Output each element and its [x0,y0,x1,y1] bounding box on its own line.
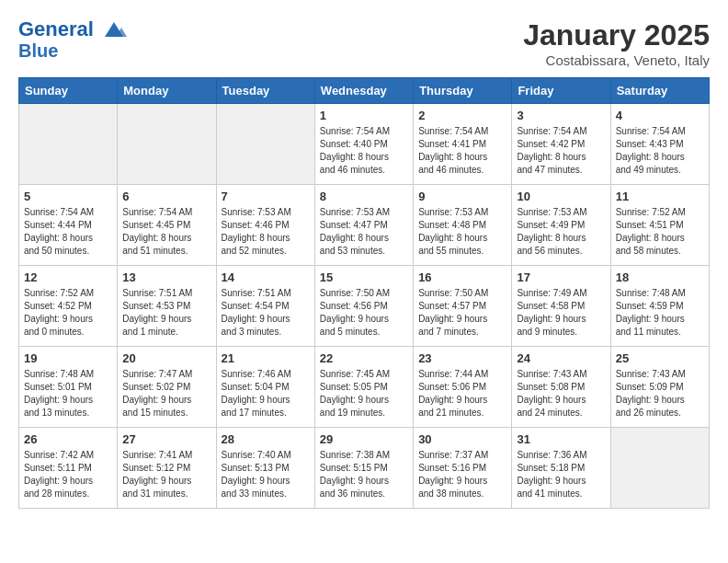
cell-info: Sunrise: 7:46 AM Sunset: 5:04 PM Dayligh… [222,368,310,419]
day-number: 5 [24,190,112,203]
calendar-week-1: 1Sunrise: 7:54 AM Sunset: 4:40 PM Daylig… [19,104,710,185]
weekday-header-wednesday: Wednesday [314,78,413,104]
cell-info: Sunrise: 7:50 AM Sunset: 4:56 PM Dayligh… [320,287,408,339]
weekday-header-saturday: Saturday [610,78,709,104]
calendar-subtitle: Costabissara, Veneto, Italy [523,52,710,68]
calendar-table: SundayMondayTuesdayWednesdayThursdayFrid… [18,77,710,509]
cell-info: Sunrise: 7:37 AM Sunset: 5:16 PM Dayligh… [418,449,506,500]
cell-info: Sunrise: 7:54 AM Sunset: 4:43 PM Dayligh… [616,125,704,177]
calendar-cell: 3Sunrise: 7:54 AM Sunset: 4:42 PM Daylig… [512,104,610,185]
cell-info: Sunrise: 7:51 AM Sunset: 4:53 PM Dayligh… [122,287,210,339]
calendar-week-5: 26Sunrise: 7:42 AM Sunset: 5:11 PM Dayli… [19,428,710,509]
cell-info: Sunrise: 7:48 AM Sunset: 5:01 PM Dayligh… [24,368,112,419]
calendar-cell [19,104,118,185]
logo-text: General [18,18,129,40]
calendar-cell: 17Sunrise: 7:49 AM Sunset: 4:58 PM Dayli… [512,266,610,347]
day-number: 2 [418,109,506,122]
calendar-cell: 25Sunrise: 7:43 AM Sunset: 5:09 PM Dayli… [610,347,709,428]
cell-info: Sunrise: 7:45 AM Sunset: 5:05 PM Dayligh… [320,368,408,419]
day-number: 29 [320,432,408,446]
calendar-cell: 27Sunrise: 7:41 AM Sunset: 5:12 PM Dayli… [118,428,216,509]
day-number: 6 [122,190,210,203]
day-number: 1 [320,109,408,122]
calendar-cell: 6Sunrise: 7:54 AM Sunset: 4:45 PM Daylig… [118,185,216,266]
calendar-cell: 24Sunrise: 7:43 AM Sunset: 5:08 PM Dayli… [512,347,610,428]
calendar-cell: 19Sunrise: 7:48 AM Sunset: 5:01 PM Dayli… [19,347,118,428]
cell-info: Sunrise: 7:40 AM Sunset: 5:13 PM Dayligh… [222,449,310,500]
cell-info: Sunrise: 7:53 AM Sunset: 4:46 PM Dayligh… [222,206,310,258]
day-number: 25 [616,351,704,365]
calendar-cell: 4Sunrise: 7:54 AM Sunset: 4:43 PM Daylig… [610,104,709,185]
cell-info: Sunrise: 7:54 AM Sunset: 4:44 PM Dayligh… [24,206,112,258]
calendar-cell: 16Sunrise: 7:50 AM Sunset: 4:57 PM Dayli… [414,266,512,347]
day-number: 24 [517,351,605,365]
day-number: 21 [222,351,310,365]
day-number: 11 [616,190,704,203]
cell-info: Sunrise: 7:36 AM Sunset: 5:18 PM Dayligh… [517,449,605,500]
day-number: 4 [616,109,704,122]
calendar-cell: 9Sunrise: 7:53 AM Sunset: 4:48 PM Daylig… [414,185,512,266]
calendar-cell: 29Sunrise: 7:38 AM Sunset: 5:15 PM Dayli… [314,428,413,509]
day-number: 23 [418,351,506,365]
cell-info: Sunrise: 7:53 AM Sunset: 4:47 PM Dayligh… [320,206,408,258]
calendar-cell [610,428,709,509]
weekday-header-tuesday: Tuesday [216,78,314,104]
day-number: 8 [320,190,408,203]
calendar-cell: 28Sunrise: 7:40 AM Sunset: 5:13 PM Dayli… [216,428,314,509]
day-number: 17 [517,270,605,284]
logo-blue: Blue [18,40,129,61]
day-number: 19 [24,351,112,365]
weekday-header-thursday: Thursday [414,78,512,104]
calendar-cell: 20Sunrise: 7:47 AM Sunset: 5:02 PM Dayli… [118,347,216,428]
calendar-cell: 10Sunrise: 7:53 AM Sunset: 4:49 PM Dayli… [512,185,610,266]
day-number: 28 [222,432,310,446]
cell-info: Sunrise: 7:54 AM Sunset: 4:42 PM Dayligh… [517,125,605,177]
calendar-week-3: 12Sunrise: 7:52 AM Sunset: 4:52 PM Dayli… [19,266,710,347]
calendar-cell: 5Sunrise: 7:54 AM Sunset: 4:44 PM Daylig… [19,185,118,266]
day-number: 30 [418,432,506,446]
cell-info: Sunrise: 7:44 AM Sunset: 5:06 PM Dayligh… [418,368,506,419]
cell-info: Sunrise: 7:47 AM Sunset: 5:02 PM Dayligh… [122,368,210,419]
calendar-cell: 26Sunrise: 7:42 AM Sunset: 5:11 PM Dayli… [19,428,118,509]
day-number: 3 [517,109,605,122]
day-number: 31 [517,432,605,446]
weekday-header-sunday: Sunday [19,78,118,104]
weekday-header-monday: Monday [118,78,216,104]
cell-info: Sunrise: 7:50 AM Sunset: 4:57 PM Dayligh… [418,287,506,339]
day-number: 22 [320,351,408,365]
day-number: 15 [320,270,408,284]
calendar-cell: 31Sunrise: 7:36 AM Sunset: 5:18 PM Dayli… [512,428,610,509]
cell-info: Sunrise: 7:43 AM Sunset: 5:09 PM Dayligh… [616,368,704,419]
day-number: 14 [222,270,310,284]
cell-info: Sunrise: 7:48 AM Sunset: 4:59 PM Dayligh… [616,287,704,339]
calendar-cell: 1Sunrise: 7:54 AM Sunset: 4:40 PM Daylig… [314,104,413,185]
day-number: 9 [418,190,506,203]
calendar-week-2: 5Sunrise: 7:54 AM Sunset: 4:44 PM Daylig… [19,185,710,266]
calendar-cell: 21Sunrise: 7:46 AM Sunset: 5:04 PM Dayli… [216,347,314,428]
cell-info: Sunrise: 7:52 AM Sunset: 4:52 PM Dayligh… [24,287,112,339]
day-number: 20 [122,351,210,365]
cell-info: Sunrise: 7:49 AM Sunset: 4:58 PM Dayligh… [517,287,605,339]
day-number: 27 [122,432,210,446]
calendar-cell: 7Sunrise: 7:53 AM Sunset: 4:46 PM Daylig… [216,185,314,266]
calendar-cell: 2Sunrise: 7:54 AM Sunset: 4:41 PM Daylig… [414,104,512,185]
calendar-cell: 11Sunrise: 7:52 AM Sunset: 4:51 PM Dayli… [610,185,709,266]
cell-info: Sunrise: 7:52 AM Sunset: 4:51 PM Dayligh… [616,206,704,258]
calendar-cell: 15Sunrise: 7:50 AM Sunset: 4:56 PM Dayli… [314,266,413,347]
cell-info: Sunrise: 7:42 AM Sunset: 5:11 PM Dayligh… [24,449,112,500]
calendar-cell: 22Sunrise: 7:45 AM Sunset: 5:05 PM Dayli… [314,347,413,428]
day-number: 16 [418,270,506,284]
cell-info: Sunrise: 7:53 AM Sunset: 4:49 PM Dayligh… [517,206,605,258]
cell-info: Sunrise: 7:54 AM Sunset: 4:41 PM Dayligh… [418,125,506,177]
page-header: General Blue January 2025 Costabissara, … [18,18,710,68]
day-number: 10 [517,190,605,203]
calendar-title: January 2025 [523,18,710,52]
cell-info: Sunrise: 7:53 AM Sunset: 4:48 PM Dayligh… [418,206,506,258]
day-number: 18 [616,270,704,284]
weekday-header-row: SundayMondayTuesdayWednesdayThursdayFrid… [19,78,710,104]
logo-general: General [18,17,94,40]
calendar-cell: 18Sunrise: 7:48 AM Sunset: 4:59 PM Dayli… [610,266,709,347]
calendar-cell: 14Sunrise: 7:51 AM Sunset: 4:54 PM Dayli… [216,266,314,347]
day-number: 26 [24,432,112,446]
logo: General Blue [18,18,129,61]
